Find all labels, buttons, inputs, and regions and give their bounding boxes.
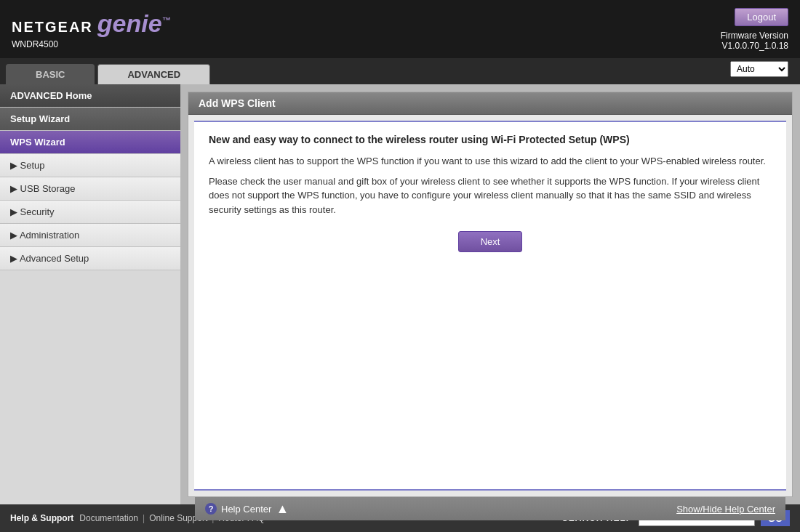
sidebar-item-setup-wizard[interactable]: Setup Wizard — [0, 108, 180, 131]
content-panel: Add WPS Client New and easy way to conne… — [188, 92, 793, 497]
model-name: WNDR4500 — [12, 39, 171, 49]
help-center-left: ? Help Center ▲ — [205, 501, 289, 517]
show-hide-help-button[interactable]: Show/Hide Help Center — [676, 504, 775, 515]
sidebar-item-security[interactable]: ▶ Security — [0, 201, 180, 224]
logo-netgear: NETGEAR — [12, 19, 93, 36]
sidebar-item-wps-wizard[interactable]: WPS Wizard — [0, 131, 180, 154]
next-btn-wrapper: Next — [209, 231, 772, 252]
sidebar: ADVANCED Home Setup Wizard WPS Wizard ▶ … — [0, 84, 180, 504]
wps-headline: New and easy way to connect to the wirel… — [209, 134, 772, 145]
main-layout: ADVANCED Home Setup Wizard WPS Wizard ▶ … — [0, 84, 800, 504]
help-support-label: Help & Support — [10, 513, 73, 523]
tab-advanced[interactable]: ADVANCED — [97, 64, 210, 84]
auto-select-wrapper: Auto — [730, 61, 788, 77]
documentation-link[interactable]: Documentation — [79, 513, 138, 523]
sidebar-item-advanced-home[interactable]: ADVANCED Home — [0, 84, 180, 108]
panel-title: Add WPS Client — [188, 92, 792, 115]
help-center-label: Help Center — [221, 504, 271, 515]
logo-genie: genie™ — [97, 9, 171, 38]
sidebar-item-advanced-setup[interactable]: ▶ Advanced Setup — [0, 247, 180, 270]
sidebar-item-setup[interactable]: ▶ Setup — [0, 154, 180, 177]
logo-text: NETGEAR genie™ — [12, 9, 171, 38]
auto-select[interactable]: Auto — [730, 61, 788, 77]
next-button[interactable]: Next — [458, 231, 523, 252]
help-icon: ? — [205, 503, 217, 515]
help-arrow-icon: ▲ — [276, 501, 289, 517]
header-right: Logout Firmware Version V1.0.0.70_1.0.18 — [721, 8, 788, 51]
wps-paragraph1: A wireless client has to support the WPS… — [209, 154, 772, 169]
logout-button[interactable]: Logout — [735, 8, 788, 26]
nav-tabs: BASIC ADVANCED Auto — [0, 58, 800, 84]
panel-body: New and easy way to connect to the wirel… — [194, 121, 786, 491]
sidebar-item-administration[interactable]: ▶ Administration — [0, 224, 180, 247]
tab-basic[interactable]: BASIC — [6, 64, 95, 84]
header: NETGEAR genie™ WNDR4500 Logout Firmware … — [0, 0, 800, 58]
logo-area: NETGEAR genie™ WNDR4500 — [12, 9, 171, 49]
help-bar: ? Help Center ▲ Show/Hide Help Center — [195, 497, 785, 520]
sidebar-item-usb-storage[interactable]: ▶ USB Storage — [0, 177, 180, 201]
firmware-version: Firmware Version V1.0.0.70_1.0.18 — [721, 31, 788, 51]
content-area: Add WPS Client New and easy way to conne… — [180, 84, 800, 504]
wps-paragraph2: Please check the user manual and gift bo… — [209, 174, 772, 217]
